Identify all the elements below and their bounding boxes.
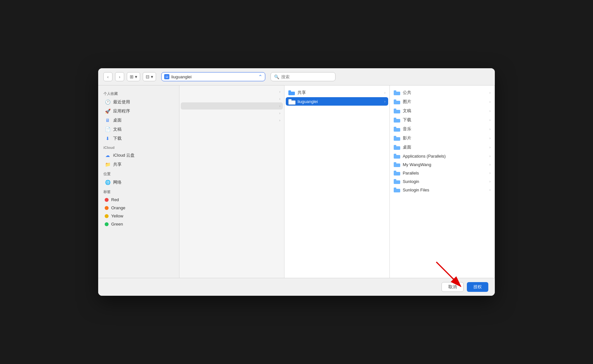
forward-button[interactable]: ›: [115, 72, 124, 81]
columns-dropdown-icon: ▾: [135, 74, 137, 79]
chevron-right-icon: ›: [279, 104, 281, 108]
list-item[interactable]: ›: [179, 95, 284, 102]
list-item[interactable]: 桌面 ›: [390, 143, 494, 152]
folder-icon: [394, 145, 400, 150]
sidebar-item-desktop[interactable]: 🖥 桌面: [99, 116, 178, 125]
tag-yellow-dot: [105, 214, 109, 218]
chevron-right-icon: ›: [489, 154, 491, 158]
list-item[interactable]: Sunlogin ›: [390, 177, 494, 186]
grid-icon: ⊟: [146, 74, 150, 79]
toolbar: ‹ › ⊞ ▾ ⊟ ▾ 🗂 liuguanglei ⌃ 🔍: [98, 68, 495, 85]
file-label: 影片: [403, 135, 411, 141]
chevron-right-icon: ›: [489, 179, 491, 183]
sidebar-label-recents: 最近使用: [113, 99, 130, 105]
list-item[interactable]: My WangWang ›: [390, 160, 494, 169]
sidebar-section-location: 位置: [98, 169, 179, 178]
file-label: 下载: [403, 117, 411, 123]
location-chevron-icon: ⌃: [258, 74, 262, 80]
confirm-button[interactable]: 授权: [467, 282, 488, 292]
list-item[interactable]: Parallels ›: [390, 169, 494, 177]
file-label: 图片: [403, 99, 411, 105]
docs-icon: 📄: [105, 126, 111, 132]
sidebar-item-tag-green[interactable]: Green: [99, 220, 178, 228]
network-icon: 🌐: [105, 179, 111, 185]
sidebar-label-desktop: 桌面: [113, 117, 122, 123]
file-label: 共享: [297, 90, 306, 96]
list-item[interactable]: Sunlogin Files ›: [390, 186, 494, 194]
list-item[interactable]: ›: [179, 117, 284, 124]
desktop-icon: 🖥: [105, 117, 111, 123]
sidebar-item-icloud-drive[interactable]: ☁ iCloud 云盘: [99, 151, 178, 160]
folder-icon: [394, 179, 400, 184]
sidebar-item-tag-red[interactable]: Red: [99, 196, 178, 204]
chevron-right-icon: ›: [489, 145, 491, 149]
list-item[interactable]: 共享 ›: [284, 88, 389, 97]
folder-icon: [394, 136, 400, 141]
list-item[interactable]: 文稿 ›: [390, 106, 494, 115]
chevron-right-icon: ›: [489, 100, 491, 104]
sidebar-label-icloud-shared: 共享: [113, 162, 122, 167]
file-label: 桌面: [403, 144, 411, 150]
list-item[interactable]: 影片 ›: [390, 134, 494, 143]
back-button[interactable]: ‹: [103, 72, 112, 81]
cancel-button[interactable]: 取消: [441, 282, 464, 292]
folder-icon: [394, 187, 400, 192]
tag-green-dot: [105, 222, 109, 226]
folder-icon: [394, 162, 400, 167]
sidebar-item-tag-yellow[interactable]: Yellow: [99, 212, 178, 220]
sidebar-item-network[interactable]: 🌐 网络: [99, 178, 178, 187]
file-label: 公共: [403, 90, 411, 96]
sidebar-item-downloads[interactable]: ⬇ 下载: [99, 134, 178, 143]
column-pane-mid: 共享 › liuguanglei ›: [284, 85, 389, 278]
sidebar-item-docs[interactable]: 📄 文稿: [99, 125, 178, 134]
sidebar-label-downloads: 下载: [113, 136, 122, 141]
columns-icon: ⊞: [130, 74, 134, 79]
file-label: Applications (Parallels): [403, 154, 446, 159]
sidebar-label-tag-yellow: Yellow: [111, 214, 123, 218]
sidebar-label-network: 网络: [113, 179, 122, 185]
sidebar-section-personal: 个人收藏: [98, 89, 179, 98]
sidebar-label-tag-green: Green: [111, 222, 123, 227]
list-item[interactable]: 音乐 ›: [390, 124, 494, 134]
chevron-right-icon: ›: [489, 171, 491, 175]
list-item-selected[interactable]: liuguanglei ›: [286, 97, 388, 106]
list-item[interactable]: Applications (Parallels) ›: [390, 152, 494, 160]
sidebar-label-apps: 应用程序: [113, 108, 130, 114]
icloud-shared-icon: 📁: [105, 162, 111, 167]
sidebar-item-icloud-shared[interactable]: 📁 共享: [99, 160, 178, 169]
chevron-right-icon: ›: [384, 99, 386, 103]
list-item[interactable]: 下载 ›: [390, 115, 494, 124]
search-bar[interactable]: 🔍: [270, 72, 336, 81]
file-columns: › › › › ›: [179, 85, 495, 278]
content-area: 个人收藏 🕐 最近使用 🚀 应用程序 🖥 桌面 📄 文稿 ⬇ 下载 iClou: [98, 85, 495, 278]
view-columns-button[interactable]: ⊞ ▾: [127, 72, 140, 81]
file-label: 文稿: [403, 108, 411, 114]
folder-icon: [394, 126, 400, 132]
chevron-right-icon: ›: [279, 97, 281, 101]
downloads-icon: ⬇: [105, 136, 111, 141]
list-item[interactable]: 图片 ›: [390, 97, 494, 106]
chevron-right-icon: ›: [384, 91, 386, 95]
view-grid-button[interactable]: ⊟ ▾: [143, 72, 156, 81]
location-folder-icon: 🗂: [164, 74, 169, 79]
folder-icon: [394, 99, 400, 104]
list-item[interactable]: ›: [179, 88, 284, 95]
chevron-right-icon: ›: [489, 118, 491, 122]
list-item[interactable]: 公共 ›: [390, 88, 494, 97]
sidebar-label-tag-orange: Orange: [111, 205, 125, 210]
list-item[interactable]: ›: [181, 102, 283, 110]
sidebar-item-recents[interactable]: 🕐 最近使用: [99, 98, 178, 107]
chevron-right-icon: ›: [489, 127, 491, 131]
search-input[interactable]: [281, 74, 332, 79]
sidebar-item-tag-orange[interactable]: Orange: [99, 204, 178, 212]
list-item[interactable]: ›: [179, 110, 284, 117]
sidebar-label-docs: 文稿: [113, 126, 122, 132]
file-label: 音乐: [403, 126, 411, 132]
location-bar[interactable]: 🗂 liuguanglei ⌃: [161, 72, 265, 81]
location-text: liuguanglei: [171, 74, 256, 79]
sidebar-item-apps[interactable]: 🚀 应用程序: [99, 107, 178, 116]
folder-icon: [394, 117, 400, 123]
recents-icon: 🕐: [105, 99, 111, 105]
folder-icon: [288, 99, 295, 104]
chevron-right-icon: ›: [489, 91, 491, 95]
